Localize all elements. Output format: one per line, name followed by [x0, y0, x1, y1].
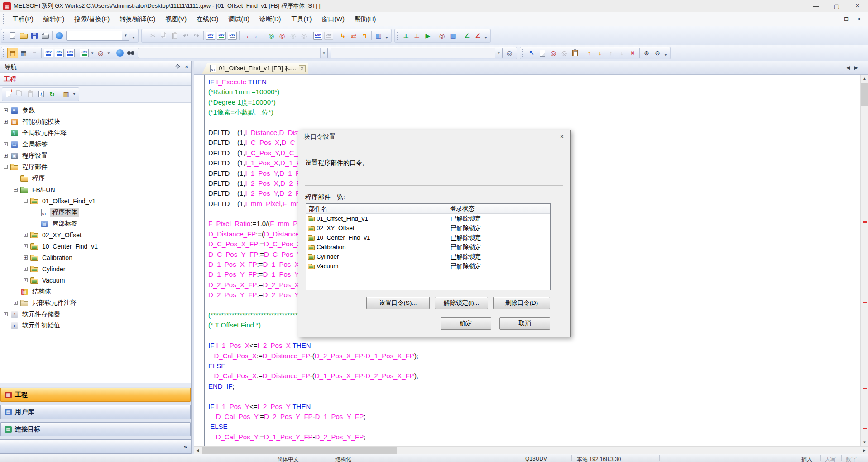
cross-reference-window-button[interactable] — [570, 48, 580, 58]
find-button[interactable] — [125, 48, 136, 58]
tree-item-智能功能模块[interactable]: +▦智能功能模块 — [0, 116, 191, 127]
read-from-plc-button[interactable]: ← — [252, 30, 263, 41]
device-memory-button[interactable]: Dev — [216, 30, 227, 41]
module-configuration-button[interactable]: ▦ — [18, 48, 29, 58]
forced-io-button[interactable]: ▥ — [447, 30, 458, 41]
combo-dropdown-icon[interactable]: ▼ — [122, 31, 129, 40]
tree-expander[interactable]: − — [24, 199, 28, 203]
menu-item-10[interactable]: 帮助(H) — [350, 14, 381, 25]
write-to-plc-button[interactable]: → — [241, 30, 252, 41]
ladder-monitor-start-button[interactable]: ⊥ — [401, 30, 412, 41]
refresh-view-button[interactable]: ↻ — [47, 89, 58, 100]
device-comment-button[interactable]: Dev — [205, 30, 216, 41]
vertical-scroll-thumb[interactable] — [861, 83, 868, 106]
find-target-combo[interactable]: ▼ — [138, 48, 328, 58]
toolbar-overflow-online[interactable]: ▼ — [384, 30, 389, 41]
label-jump-up-button[interactable]: ↑ — [584, 48, 595, 58]
device-find-button[interactable]: Dev — [43, 48, 54, 58]
tree-item-全局标签[interactable]: +▤全局标签 — [0, 139, 191, 150]
chevron-down-icon[interactable]: ▼ — [90, 48, 95, 58]
panel-resize-grip[interactable] — [0, 383, 191, 387]
device-find-in-program-button[interactable]: ◎ — [548, 48, 559, 58]
tree-expander[interactable]: + — [24, 233, 28, 237]
cancel-button[interactable]: 取消 — [499, 317, 550, 330]
tree-item-程序本体[interactable]: ST程序本体 — [0, 207, 191, 218]
tree-item-结构体[interactable]: ▤结构体 — [0, 286, 191, 297]
tree-item-软元件存储器[interactable]: +◔软元件存储器 — [0, 308, 191, 320]
pin-icon[interactable] — [176, 64, 180, 70]
menu-item-1[interactable]: 编辑(E) — [38, 14, 70, 25]
tree-item-程序设置[interactable]: +▣程序设置 — [0, 150, 191, 161]
toolbar-grip[interactable] — [522, 49, 524, 57]
component-row-Cylinder[interactable]: Cylinder已解除锁定 — [306, 252, 550, 261]
minimize-button[interactable]: — — [806, 0, 826, 12]
close-button[interactable]: × — [847, 0, 868, 12]
new-project-button[interactable] — [7, 30, 18, 41]
tree-expander[interactable]: + — [4, 154, 8, 158]
tree-expander[interactable]: + — [14, 301, 18, 305]
menu-item-4[interactable]: 视图(V) — [160, 14, 192, 25]
device-display-format-dropdown[interactable]: Dev — [79, 48, 90, 58]
tree-expander[interactable]: + — [4, 108, 8, 112]
help-button-2[interactable] — [115, 48, 125, 58]
component-row-10_Center_Find_v1[interactable]: 10_Center_Find_v1已解除锁定 — [306, 233, 550, 242]
copy-data-button[interactable] — [14, 89, 25, 100]
save-project-button[interactable] — [29, 30, 40, 41]
mdi-restore-button[interactable]: ⊡ — [841, 14, 852, 24]
tree-expander[interactable]: − — [4, 165, 8, 169]
menu-item-8[interactable]: 工具(T) — [286, 14, 317, 25]
find-keyword-combo[interactable]: ▼ — [331, 48, 503, 58]
document-tab[interactable]: ST 01_Offset_Find_v1 [FB] 程... × — [202, 63, 308, 74]
tree-item-02_XY_Offset[interactable]: +02_XY_Offset — [0, 229, 191, 241]
watch-start-button[interactable]: ◎ — [288, 30, 298, 41]
undo-button[interactable]: ↶ — [180, 30, 191, 41]
bookmark-next-button[interactable]: ↓ — [616, 48, 627, 58]
step-into-button[interactable]: ↳ — [337, 30, 348, 41]
paste-data-button[interactable] — [25, 89, 36, 100]
scroll-down-icon[interactable]: ▼ — [861, 438, 868, 446]
sampling-trace-stop-button[interactable]: ∠ — [472, 30, 483, 41]
nav-mode-button-工程[interactable]: ▦工程 — [0, 388, 191, 402]
navigation-collapse-strip[interactable]: » — [0, 439, 191, 454]
find-next-button[interactable]: ◎ — [504, 48, 515, 58]
mdi-close-button[interactable]: × — [854, 14, 864, 24]
toolbar-grip[interactable] — [3, 49, 5, 57]
menu-item-3[interactable]: 转换/编译(C) — [115, 14, 160, 25]
redo-button[interactable]: ↷ — [191, 30, 202, 41]
tab-scroll-right-icon[interactable]: ▶ — [854, 65, 858, 71]
instruction-find-button[interactable]: ◎ — [559, 48, 570, 58]
cut-button[interactable]: ✂ — [148, 30, 158, 41]
help-button[interactable] — [54, 30, 65, 41]
navigation-toggle-button[interactable]: ▤ — [7, 48, 18, 58]
monitor-stop-button[interactable]: ◎ — [277, 30, 288, 41]
tree-expander[interactable]: + — [24, 278, 28, 282]
tree-expander[interactable]: + — [24, 244, 28, 248]
toolbar-overflow-edit[interactable]: ▼ — [663, 48, 668, 58]
tree-expander[interactable]: + — [24, 267, 28, 271]
scroll-left-icon[interactable]: ◀ — [194, 447, 201, 454]
sampling-trace-button[interactable]: ∠ — [461, 30, 472, 41]
menu-item-9[interactable]: 窗口(W) — [317, 14, 350, 25]
tree-item-Cylinder[interactable]: +Cylinder — [0, 263, 191, 274]
set-password-button[interactable]: 设置口令(S)... — [366, 297, 430, 309]
horizontal-scroll-thumb[interactable] — [202, 447, 397, 454]
column-header-name[interactable]: 部件名 — [306, 204, 447, 213]
navigation-close-icon[interactable]: × — [185, 64, 188, 70]
column-header-status[interactable]: 登录状态 — [447, 204, 550, 213]
menu-item-2[interactable]: 搜索/替换(F) — [69, 14, 115, 25]
scroll-up-icon[interactable]: ▲ — [861, 75, 868, 82]
tree-item-参数[interactable]: +≡参数 — [0, 105, 191, 116]
new-data-button[interactable] — [3, 89, 14, 100]
menu-item-5[interactable]: 在线(O) — [192, 14, 223, 25]
data-property-button[interactable] — [36, 89, 47, 100]
toolbar-overflow-standard[interactable]: ▼ — [131, 30, 136, 41]
sort-filter-dropdown[interactable]: ▥ — [61, 89, 72, 100]
tree-item-软元件初始值[interactable]: ◑软元件初始值 — [0, 320, 191, 331]
tree-item-Vacuum[interactable]: +Vacuum — [0, 274, 191, 286]
watch-stop-button[interactable]: ◎ — [298, 30, 309, 41]
select-mode-button[interactable]: ↖ — [526, 48, 537, 58]
toolbar-grip[interactable] — [397, 32, 398, 40]
mdi-minimize-button[interactable]: — — [828, 14, 839, 24]
toolbar-grip[interactable] — [3, 32, 5, 40]
open-project-button[interactable] — [18, 30, 29, 41]
